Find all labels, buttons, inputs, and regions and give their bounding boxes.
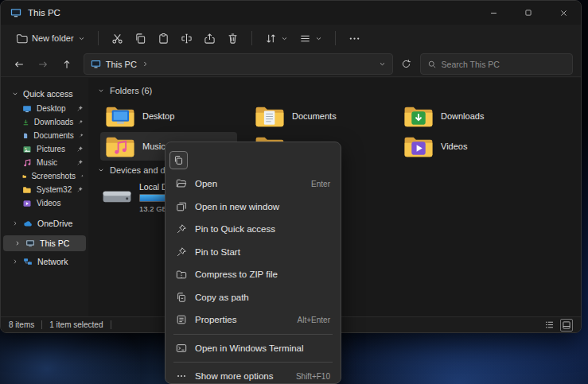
menu-item-label: Open in new window [195,202,279,211]
back-button[interactable] [9,54,29,75]
menu-item-show-more-options[interactable]: Show more options Shift+F10 [165,365,341,384]
folders-section-header[interactable]: Folders (6) [98,86,152,95]
sidebar-item-downloads[interactable]: Downloads [1,115,88,129]
menu-item-open-new-window[interactable]: Open in new window [165,196,341,219]
menu-item-label: Show more options [195,371,273,381]
sidebar-label: System32 [37,185,72,194]
menu-item-label: Pin to Start [195,247,240,257]
cut-icon [111,33,123,45]
paste-button[interactable] [152,28,175,48]
menu-item-copy-as-path[interactable]: Copy as path [165,286,341,309]
pin-start-icon [176,246,187,258]
videos-folder-icon [403,134,434,159]
folder-icon [22,185,32,195]
title-bar[interactable]: This PC [1,1,581,25]
command-bar: New folder [1,25,581,52]
sidebar-label: Desktop [37,104,66,113]
copy-icon [134,33,146,45]
sidebar-item-music[interactable]: Music [1,156,88,169]
maximize-icon [524,9,532,17]
menu-item-compress-zip[interactable]: Compress to ZIP file [165,263,341,286]
folder-tile-videos[interactable]: Videos [399,132,535,161]
maximize-button[interactable] [511,1,546,25]
menu-item-properties[interactable]: Properties Alt+Enter [165,308,341,332]
toolbar-divider [251,31,252,45]
sidebar-item-videos[interactable]: Videos [1,196,88,210]
pin-icon [76,105,84,112]
folders-header-label: Folders (6) [110,86,152,95]
sidebar-item-desktop[interactable]: Desktop [1,102,88,115]
breadcrumb-root[interactable]: This PC [106,60,137,69]
terminal-icon [176,343,187,354]
sidebar-label: Downloads [34,118,73,126]
rename-button[interactable] [175,28,198,48]
folder-tile-label: Documents [292,111,337,121]
view-button[interactable] [294,28,328,48]
close-button[interactable] [546,1,581,25]
copy-icon [173,155,184,165]
sidebar-item-this-pc[interactable]: This PC [3,235,86,251]
sidebar-item-screenshots[interactable]: Screenshots [1,169,88,183]
new-folder-button[interactable]: New folder [10,28,91,48]
search-input[interactable] [442,60,566,69]
details-view-icon[interactable] [544,320,555,330]
sidebar-item-network[interactable]: Network [1,254,88,269]
folder-tile-downloads[interactable]: Downloads [399,102,535,130]
sidebar-item-onedrive[interactable]: OneDrive [1,216,88,231]
toolbar-divider [335,31,336,45]
folder-tile-documents[interactable]: Documents [250,102,387,130]
this-pc-app-icon [10,7,21,18]
pin-icon [79,132,84,139]
copy-button[interactable] [129,28,152,48]
view-options-icon [299,33,311,45]
rename-icon [181,33,193,45]
menu-item-pin-quick-access[interactable]: Pin to Quick access [165,218,341,241]
chevron-down-icon [98,87,104,94]
menu-item-open[interactable]: Open Enter [165,173,341,196]
paste-icon [158,33,169,45]
share-button[interactable] [198,28,221,48]
folder-tile-label: Videos [441,142,467,151]
status-divider [111,320,111,329]
search-box[interactable] [420,53,573,75]
pin-icon [76,186,84,193]
refresh-icon [401,59,411,69]
chevron-right-icon[interactable] [142,60,149,68]
sidebar-label: Screenshots [31,172,76,180]
documents-folder-icon [255,104,285,129]
copy-quick-action[interactable] [169,151,188,169]
sidebar-item-pictures[interactable]: Pictures [1,142,88,156]
sidebar-label: Pictures [37,145,65,153]
up-button[interactable] [56,54,77,75]
sidebar-item-quick-access[interactable]: Quick access [1,86,88,102]
see-more-button[interactable] [343,28,366,48]
properties-icon [176,314,187,325]
context-menu: Open Enter Open in new window Pin to Qui… [165,142,341,384]
folder-tile-desktop[interactable]: Desktop [100,102,237,130]
this-pc-icon [25,239,35,248]
sidebar-item-documents[interactable]: Documents [1,129,88,142]
menu-item-label: Open in Windows Terminal [195,343,304,353]
zip-icon [176,269,187,280]
desktop-folder-icon [105,104,135,129]
delete-button[interactable] [221,28,244,48]
menu-item-label: Pin to Quick access [195,224,275,234]
menu-item-label: Compress to ZIP file [195,270,278,279]
chevron-down-icon [315,35,322,42]
minimize-button[interactable] [476,1,511,25]
refresh-button[interactable] [396,54,417,75]
address-dropdown-icon[interactable] [379,60,386,68]
forward-button[interactable] [33,54,53,75]
menu-separator [173,362,333,363]
cut-button[interactable] [106,28,129,48]
sidebar-item-system32[interactable]: System32 [1,183,88,196]
quick-access-label: Quick access [23,89,72,99]
address-breadcrumb[interactable]: This PC [84,53,393,75]
pin-icon [76,145,84,153]
menu-item-pin-start[interactable]: Pin to Start [165,241,341,264]
large-icons-view-button[interactable] [560,319,573,332]
menu-item-open-windows-terminal[interactable]: Open in Windows Terminal [165,337,341,360]
menu-shortcut: Enter [311,180,330,188]
documents-icon [22,131,29,141]
sort-button[interactable] [259,28,294,48]
